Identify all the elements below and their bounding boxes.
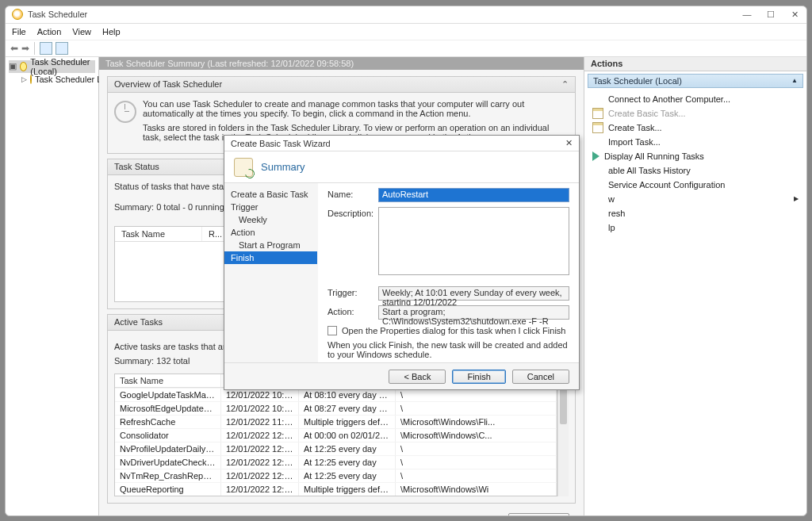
cell-name: NvProfileUpdaterDaily_{B2FE1952-... (115, 442, 221, 455)
cell-name: QueueReporting (115, 483, 221, 496)
action-label: lp (608, 223, 615, 232)
status-col-name[interactable]: Task Name (115, 227, 202, 241)
doc-icon (592, 122, 603, 133)
table-row[interactable]: RefreshCache12/01/2022 11:17:57Multiple … (115, 415, 557, 428)
action-label: Action: (327, 305, 372, 320)
menu-view[interactable]: View (72, 27, 91, 36)
task-status-title: Task Status (114, 162, 159, 171)
overview-title: Overview of Task Scheduler (114, 79, 222, 89)
cell-trigger: At 12:25 every day (299, 469, 396, 482)
chevron-up-icon[interactable]: ▲ (791, 77, 798, 84)
table-row[interactable]: NvDriverUpdateCheckDaily_{B2FE1...12/01/… (115, 455, 557, 469)
action-label: Import Task... (608, 137, 661, 147)
open-properties-checkbox[interactable]: Open the Properties dialog for this task… (327, 326, 569, 335)
doc-icon (592, 108, 603, 119)
cell-trigger: Multiple triggers defined (299, 483, 396, 496)
action-value: Start a program; C:\Windows\System32\shu… (378, 305, 569, 320)
table-row[interactable]: Consolidator12/01/2022 12:00:00At 00:00 … (115, 428, 557, 442)
cell-next: 12/01/2022 12:25:40 (221, 469, 299, 482)
action-item[interactable]: Connect to Another Computer... (591, 92, 800, 106)
scrollbar[interactable] (557, 374, 569, 496)
actions-title: Actions (584, 57, 806, 71)
action-item[interactable]: w▶ (591, 192, 800, 206)
finish-button[interactable]: Finish (452, 370, 505, 384)
close-button[interactable]: ✕ (789, 10, 800, 20)
wizard-step[interactable]: Weekly (224, 213, 317, 226)
menu-file[interactable]: File (12, 27, 26, 36)
clock-icon (30, 75, 32, 84)
nav-forward-icon[interactable]: ➡ (21, 43, 29, 54)
nav-back-icon[interactable]: ⬅ (10, 43, 18, 54)
action-item[interactable]: lp (591, 220, 800, 235)
action-label: Create Task... (608, 123, 662, 132)
wizard-step[interactable]: Finish (224, 251, 317, 264)
wizard-step[interactable]: Action (224, 226, 317, 239)
cell-next: 12/01/2022 12:45:57 (221, 483, 299, 496)
overview-p1: You can use Task Scheduler to create and… (143, 99, 569, 118)
table-row[interactable]: MicrosoftEdgeUpdateTaskMachine...12/01/2… (115, 401, 557, 415)
trigger-value: Weekly; At 10:01 every Sunday of every w… (378, 286, 569, 301)
cell-trigger: At 00:00 on 02/01/2004 - ... (299, 429, 396, 442)
name-input[interactable]: AutoRestart (378, 188, 569, 202)
action-item[interactable]: Display All Running Tasks (591, 149, 800, 163)
cell-location: \ (396, 469, 557, 482)
dialog-body: Create a Basic TaskTriggerWeeklyActionSt… (224, 183, 579, 362)
dialog-banner: Summary (224, 151, 579, 183)
cell-name: GoogleUpdateTaskMachineUA (115, 389, 221, 401)
cell-name: NvDriverUpdateCheckDaily_{B2FE1... (115, 456, 221, 469)
tree-pane: ▣ Task Scheduler (Local) ▷ Task Schedule… (6, 57, 99, 515)
col-task-name[interactable]: Task Name (115, 374, 221, 387)
action-item: Create Basic Task... (591, 106, 800, 121)
blank-icon (592, 208, 603, 219)
menu-help[interactable]: Help (102, 27, 121, 36)
dialog-footer: < Back Finish Cancel (224, 362, 579, 389)
action-item[interactable]: resh (591, 206, 800, 220)
toolbar-button-2[interactable] (56, 42, 68, 55)
action-item[interactable]: able All Tasks History (591, 163, 800, 178)
dialog-close-button[interactable]: ✕ (565, 138, 573, 148)
action-label: able All Tasks History (608, 166, 691, 175)
action-item[interactable]: Service Account Configuration (591, 178, 800, 192)
description-input[interactable] (378, 207, 569, 275)
actions-pane: Actions Task Scheduler (Local) ▲ Connect… (584, 57, 806, 515)
cell-next: 12/01/2022 12:25:40 (221, 456, 299, 469)
cell-next: 12/01/2022 12:00:00 (221, 429, 299, 442)
app-icon (12, 9, 23, 20)
trigger-label: Trigger: (327, 286, 372, 301)
dialog-banner-text: Summary (261, 161, 305, 173)
table-row[interactable]: NvTmRep_CrashReport1_{B2FE195...12/01/20… (115, 469, 557, 482)
summary-header: Task Scheduler Summary (Last refreshed: … (99, 57, 584, 70)
table-row[interactable]: QueueReporting12/01/2022 12:45:57Multipl… (115, 482, 557, 496)
tree-root[interactable]: ▣ Task Scheduler (Local) (9, 60, 95, 73)
maximize-button[interactable]: ☐ (765, 10, 776, 20)
wizard-step[interactable]: Create a Basic Task (224, 188, 317, 201)
cell-location: \Microsoft\Windows\Fli... (396, 416, 557, 428)
actions-header[interactable]: Task Scheduler (Local) ▲ (588, 74, 803, 88)
action-label: Connect to Another Computer... (608, 94, 730, 104)
action-item[interactable]: Create Task... (591, 121, 800, 135)
cell-name: Consolidator (115, 429, 221, 442)
blank-icon (592, 136, 603, 147)
wizard-step[interactable]: Trigger (224, 201, 317, 213)
table-row[interactable]: NvProfileUpdaterDaily_{B2FE1952-...12/01… (115, 442, 557, 455)
status-col-result[interactable]: R... (202, 227, 226, 241)
wizard-step[interactable]: Start a Program (224, 239, 317, 251)
tree-root-label: Task Scheduler (Local) (30, 57, 95, 76)
footer-row: Last refreshed at 12/01/2022 09:58:58 Re… (107, 508, 576, 515)
minimize-button[interactable]: — (741, 10, 753, 20)
menu-action[interactable]: Action (37, 27, 62, 36)
overview-header[interactable]: Overview of Task Scheduler ⌃ (108, 77, 575, 93)
action-item[interactable]: Import Task... (591, 135, 800, 149)
wizard-icon (234, 158, 253, 177)
cell-name: NvTmRep_CrashReport1_{B2FE195... (115, 469, 221, 482)
cell-next: 12/01/2022 11:17:57 (221, 416, 299, 428)
refresh-button[interactable]: Refresh (508, 513, 569, 515)
collapse-icon[interactable]: ⌃ (561, 79, 569, 90)
cell-name: RefreshCache (115, 416, 221, 428)
cancel-button[interactable]: Cancel (512, 370, 569, 384)
back-button[interactable]: < Back (389, 370, 446, 384)
toolbar-button-1[interactable] (40, 42, 52, 55)
play-icon (592, 151, 599, 161)
action-label: Display All Running Tasks (604, 151, 704, 161)
cell-trigger: Multiple triggers defined (299, 416, 396, 428)
